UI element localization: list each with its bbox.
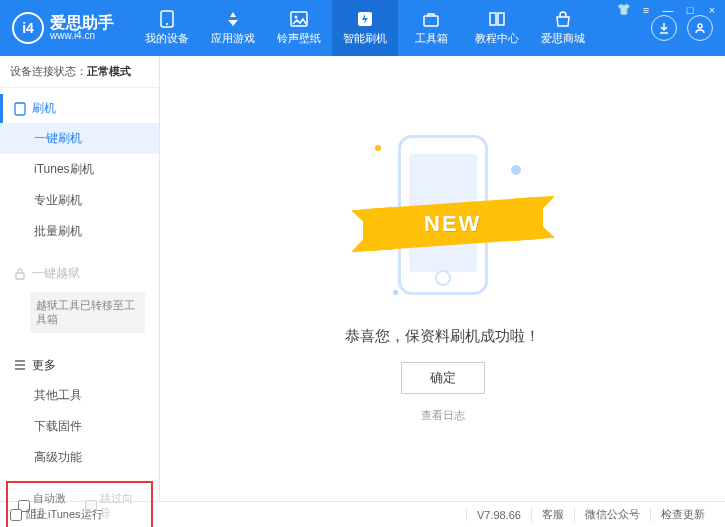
svg-rect-5 bbox=[424, 16, 438, 26]
success-message: 恭喜您，保资料刷机成功啦！ bbox=[345, 327, 540, 346]
sidebar-item-advanced[interactable]: 高级功能 bbox=[0, 442, 159, 473]
app-logo: i4 爱思助手 www.i4.cn bbox=[12, 12, 114, 44]
svg-point-1 bbox=[166, 23, 168, 25]
logo-icon: i4 bbox=[12, 12, 44, 44]
book-icon bbox=[487, 10, 507, 28]
sidebar: 设备连接状态：正常模式 刷机 一键刷机 iTunes刷机 专业刷机 批量刷机 一… bbox=[0, 56, 160, 501]
flash-icon bbox=[355, 10, 375, 28]
sidebar-item-othertools[interactable]: 其他工具 bbox=[0, 380, 159, 411]
nav-store[interactable]: 爱思商城 bbox=[530, 0, 596, 56]
menu-icon[interactable]: ≡ bbox=[639, 4, 653, 16]
nav-my-device[interactable]: 我的设备 bbox=[134, 0, 200, 56]
store-icon bbox=[553, 10, 573, 28]
support-link[interactable]: 客服 bbox=[531, 507, 574, 522]
sidebar-section-jailbreak: 一键越狱 bbox=[0, 259, 159, 288]
nav-toolbox[interactable]: 工具箱 bbox=[398, 0, 464, 56]
svg-rect-8 bbox=[16, 273, 24, 279]
phone-small-icon bbox=[14, 102, 26, 116]
checkbox-block-itunes[interactable]: 阻止iTunes运行 bbox=[10, 507, 103, 522]
image-icon bbox=[289, 10, 309, 28]
sidebar-item-oneclick[interactable]: 一键刷机 bbox=[0, 123, 159, 154]
close-icon[interactable]: × bbox=[705, 4, 719, 16]
svg-point-3 bbox=[295, 16, 298, 19]
top-nav: 我的设备 应用游戏 铃声壁纸 智能刷机 工具箱 教程中心 爱思商城 bbox=[134, 0, 643, 56]
sidebar-item-download-fw[interactable]: 下载固件 bbox=[0, 411, 159, 442]
phone-icon bbox=[157, 10, 177, 28]
sidebar-section-more[interactable]: 更多 bbox=[0, 351, 159, 380]
wechat-link[interactable]: 微信公众号 bbox=[574, 507, 650, 522]
nav-ringtones[interactable]: 铃声壁纸 bbox=[266, 0, 332, 56]
titlebar: i4 爱思助手 www.i4.cn 我的设备 应用游戏 铃声壁纸 智能刷机 工具… bbox=[0, 0, 725, 56]
nav-tutorials[interactable]: 教程中心 bbox=[464, 0, 530, 56]
sidebar-item-batch[interactable]: 批量刷机 bbox=[0, 216, 159, 247]
minimize-icon[interactable]: — bbox=[661, 4, 675, 16]
user-button[interactable] bbox=[687, 15, 713, 41]
lock-icon bbox=[14, 268, 26, 280]
download-button[interactable] bbox=[651, 15, 677, 41]
skin-icon[interactable]: 👕 bbox=[617, 3, 631, 16]
ok-button[interactable]: 确定 bbox=[401, 362, 485, 394]
maximize-icon[interactable]: □ bbox=[683, 4, 697, 16]
sidebar-item-pro[interactable]: 专业刷机 bbox=[0, 185, 159, 216]
sidebar-section-flash[interactable]: 刷机 bbox=[0, 94, 159, 123]
nav-flash[interactable]: 智能刷机 bbox=[332, 0, 398, 56]
toolbox-icon bbox=[421, 10, 441, 28]
apps-icon bbox=[223, 10, 243, 28]
jailbreak-note: 越狱工具已转移至工具箱 bbox=[30, 292, 145, 333]
check-update-link[interactable]: 检查更新 bbox=[650, 507, 715, 522]
app-title: 爱思助手 bbox=[50, 15, 114, 31]
app-subtitle: www.i4.cn bbox=[50, 31, 114, 41]
connection-status: 设备连接状态：正常模式 bbox=[0, 56, 159, 88]
sidebar-item-itunes[interactable]: iTunes刷机 bbox=[0, 154, 159, 185]
svg-point-6 bbox=[698, 24, 702, 28]
success-illustration: NEW bbox=[353, 125, 533, 305]
window-controls: 👕 ≡ — □ × bbox=[617, 3, 719, 16]
main-content: NEW 恭喜您，保资料刷机成功啦！ 确定 查看日志 bbox=[160, 56, 725, 501]
version-label: V7.98.66 bbox=[466, 509, 531, 521]
svg-rect-7 bbox=[15, 103, 25, 115]
view-log-link[interactable]: 查看日志 bbox=[421, 408, 465, 423]
list-icon bbox=[14, 360, 26, 370]
nav-apps[interactable]: 应用游戏 bbox=[200, 0, 266, 56]
